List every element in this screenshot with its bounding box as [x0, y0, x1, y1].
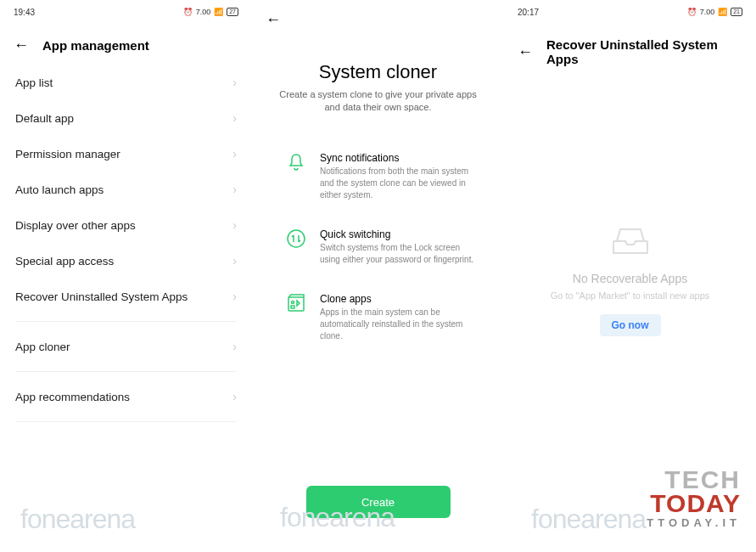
- status-icons: ⏰ 7.00 📶 21: [687, 8, 742, 16]
- screen-recover-apps: 20:17 ⏰ 7.00 📶 21 ← Recover Uninstalled …: [504, 0, 756, 552]
- list-item[interactable]: Display over other apps›: [0, 207, 252, 243]
- feature-desc: Apps in the main system can be automatic…: [320, 307, 479, 342]
- empty-subtitle: Go to "App Market" to install new apps: [551, 290, 710, 301]
- list-item-label: Permission manager: [15, 148, 120, 161]
- list-item-label: Special app access: [15, 255, 114, 268]
- status-time: 20:17: [518, 8, 539, 17]
- chevron-right-icon: ›: [232, 147, 237, 161]
- feature-title: Clone apps: [320, 293, 479, 305]
- empty-state: No Recoverable Apps Go to "App Market" t…: [504, 222, 756, 336]
- signal-icon: 📶: [214, 8, 223, 16]
- feature-item: Quick switchingSwitch systems from the L…: [252, 228, 504, 266]
- alarm-icon: ⏰: [687, 8, 697, 16]
- feature-text: Quick switchingSwitch systems from the L…: [320, 228, 479, 266]
- divider: [15, 421, 237, 422]
- back-arrow-icon[interactable]: ←: [518, 44, 533, 59]
- create-button[interactable]: Create: [306, 486, 451, 518]
- list-item-label: App recommendations: [15, 391, 130, 403]
- svg-point-0: [288, 230, 305, 247]
- feature-item: Sync notificationsNotifications from bot…: [252, 152, 504, 201]
- list-item-label: App cloner: [15, 341, 70, 353]
- feature-title: Quick switching: [320, 228, 479, 240]
- status-bar: 19:43 ⏰ 7.00 📶 27: [0, 3, 252, 20]
- list-item-label: Auto launch apps: [15, 183, 104, 196]
- bell-icon: [286, 152, 306, 172]
- status-icons: ⏰ 7.00 📶 27: [183, 8, 238, 16]
- go-now-button[interactable]: Go now: [600, 314, 661, 336]
- back-arrow-icon[interactable]: ←: [14, 37, 29, 53]
- list-item[interactable]: Permission manager›: [0, 136, 252, 172]
- network-icon: 7.00: [196, 8, 211, 16]
- list-item-label: Display over other apps: [15, 219, 136, 232]
- screen-app-management: 19:43 ⏰ 7.00 📶 27 ← App management App l…: [0, 0, 252, 552]
- chevron-right-icon: ›: [232, 254, 237, 268]
- feature-list: Sync notificationsNotifications from bot…: [252, 115, 504, 342]
- divider: [15, 371, 237, 372]
- list-item[interactable]: App list›: [0, 65, 252, 100]
- screen-system-cloner: ← System cloner Create a system clone to…: [252, 0, 504, 552]
- chevron-right-icon: ›: [232, 76, 237, 89]
- header: ←: [252, 0, 504, 39]
- feature-item: Clone appsApps in the main system can be…: [252, 293, 504, 342]
- empty-title: No Recoverable Apps: [573, 272, 687, 285]
- list-item[interactable]: Default app›: [0, 100, 252, 136]
- feature-text: Clone appsApps in the main system can be…: [320, 293, 479, 342]
- alarm-icon: ⏰: [183, 8, 193, 16]
- apps-icon: [286, 293, 306, 313]
- feature-title: Sync notifications: [320, 152, 479, 164]
- battery-icon: 21: [731, 8, 742, 16]
- page-title: System cloner: [252, 61, 504, 83]
- feature-desc: Notifications from both the main system …: [320, 166, 479, 201]
- chevron-right-icon: ›: [232, 340, 237, 353]
- network-icon: 7.00: [700, 8, 715, 16]
- chevron-right-icon: ›: [232, 111, 237, 125]
- list-item[interactable]: App recommendations›: [0, 379, 252, 414]
- list-item-label: Recover Uninstalled System Apps: [15, 290, 188, 303]
- inbox-icon: [610, 222, 651, 256]
- header: ← Recover Uninstalled System Apps: [504, 20, 756, 78]
- status-bar: 20:17 ⏰ 7.00 📶 21: [504, 3, 756, 20]
- list-group-2: App cloner›: [0, 329, 252, 364]
- page-title: Recover Uninstalled System Apps: [546, 37, 742, 66]
- svg-point-2: [292, 301, 294, 303]
- feature-text: Sync notificationsNotifications from bot…: [320, 152, 479, 201]
- list-item[interactable]: Recover Uninstalled System Apps›: [0, 279, 252, 314]
- back-arrow-icon[interactable]: ←: [266, 12, 281, 27]
- list-item-label: Default app: [15, 112, 74, 125]
- chevron-right-icon: ›: [232, 218, 237, 232]
- page-title: App management: [42, 38, 149, 53]
- divider: [15, 321, 237, 322]
- page-subtitle: Create a system clone to give your priva…: [252, 83, 504, 115]
- list-item[interactable]: App cloner›: [0, 329, 252, 364]
- chevron-right-icon: ›: [232, 290, 237, 303]
- list-group-1: App list›Default app›Permission manager›…: [0, 65, 252, 314]
- header: ← App management: [0, 20, 252, 65]
- switch-icon: [286, 228, 306, 249]
- list-item-label: App list: [15, 76, 53, 89]
- feature-desc: Switch systems from the Lock screen usin…: [320, 242, 479, 266]
- list-item[interactable]: Special app access›: [0, 243, 252, 279]
- battery-icon: 27: [227, 8, 238, 16]
- status-time: 19:43: [14, 8, 35, 17]
- svg-rect-3: [291, 306, 294, 308]
- chevron-right-icon: ›: [232, 183, 237, 196]
- chevron-right-icon: ›: [232, 390, 237, 403]
- signal-icon: 📶: [718, 8, 727, 16]
- list-group-3: App recommendations›: [0, 379, 252, 414]
- list-item[interactable]: Auto launch apps›: [0, 172, 252, 207]
